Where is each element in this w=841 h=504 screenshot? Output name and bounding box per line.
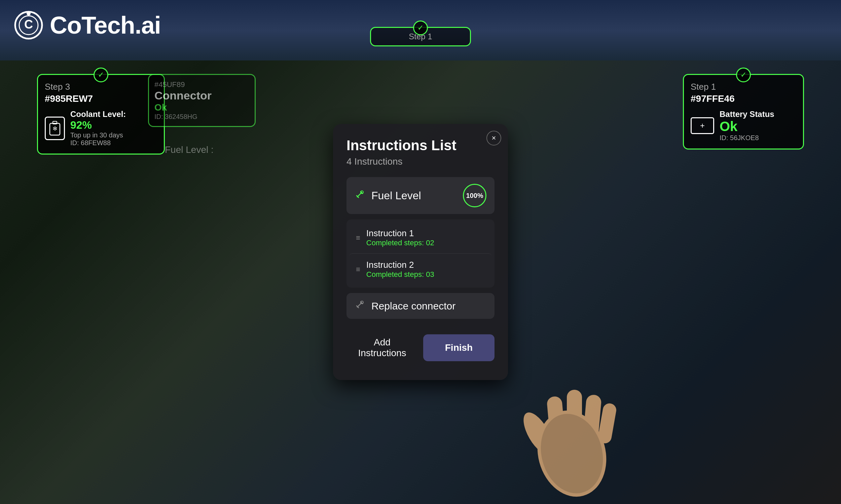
- logo: C CoTech.ai: [14, 10, 161, 40]
- instruction-1-title: Instruction 1: [366, 228, 434, 238]
- list-icon-1: ≡: [356, 234, 360, 242]
- instruction-2-steps: Completed steps: 03: [366, 270, 434, 279]
- svg-text:C: C: [24, 17, 33, 31]
- wrench-icon: [355, 190, 365, 202]
- svg-point-3: [27, 12, 31, 16]
- replace-icon: [355, 300, 365, 312]
- instruction-1-steps: Completed steps: 02: [366, 238, 434, 247]
- replace-label: Replace connector: [372, 300, 456, 312]
- instruction-item-1[interactable]: ≡ Instruction 1 Completed steps: 02: [349, 222, 492, 253]
- logo-text: CoTech.ai: [50, 12, 161, 39]
- instruction-item-2[interactable]: ≡ Instruction 2 Completed steps: 03: [349, 253, 492, 285]
- add-instructions-button[interactable]: Add Instructions: [346, 329, 418, 366]
- replace-connector-item[interactable]: Replace connector: [346, 293, 495, 319]
- instructions-modal: × Instructions List 4 Instructions Fuel …: [333, 124, 508, 380]
- instruction-2-title: Instruction 2: [366, 260, 434, 270]
- modal-overlay: × Instructions List 4 Instructions Fuel …: [0, 0, 841, 504]
- finish-button[interactable]: Finish: [423, 334, 495, 361]
- fuel-level-label: Fuel Level: [372, 190, 456, 202]
- modal-subtitle: 4 Instructions: [346, 156, 495, 167]
- modal-close-button[interactable]: ×: [486, 131, 501, 145]
- instructions-container: ≡ Instruction 1 Completed steps: 02 ≡ In…: [346, 219, 495, 288]
- modal-footer: Add Instructions Finish: [346, 329, 495, 366]
- fuel-level-item[interactable]: Fuel Level 100%: [346, 177, 495, 214]
- modal-title: Instructions List: [346, 138, 495, 154]
- list-icon-2: ≡: [356, 265, 360, 274]
- fuel-percentage-badge: 100%: [463, 184, 486, 207]
